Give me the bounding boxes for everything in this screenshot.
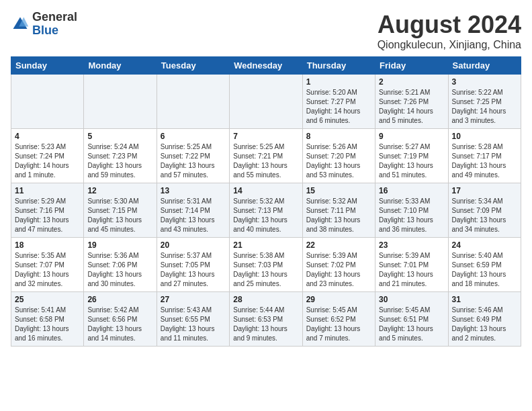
day-number: 30 — [379, 295, 444, 304]
calendar-table: SundayMondayTuesdayWednesdayThursdayFrid… — [11, 56, 521, 347]
day-info: Sunrise: 5:22 AM Sunset: 7:25 PM Dayligh… — [452, 88, 517, 126]
weekday-header-tuesday: Tuesday — [157, 57, 229, 75]
calendar-cell: 14Sunrise: 5:32 AM Sunset: 7:13 PM Dayli… — [230, 183, 302, 238]
day-number: 12 — [87, 186, 152, 195]
calendar-cell: 31Sunrise: 5:46 AM Sunset: 6:49 PM Dayli… — [448, 292, 521, 347]
calendar-week-row: 25Sunrise: 5:41 AM Sunset: 6:58 PM Dayli… — [11, 292, 521, 347]
calendar-cell: 16Sunrise: 5:33 AM Sunset: 7:10 PM Dayli… — [375, 183, 448, 238]
day-info: Sunrise: 5:37 AM Sunset: 7:05 PM Dayligh… — [161, 251, 226, 289]
day-info: Sunrise: 5:27 AM Sunset: 7:19 PM Dayligh… — [379, 142, 444, 180]
calendar-cell: 2Sunrise: 5:21 AM Sunset: 7:26 PM Daylig… — [375, 75, 448, 129]
calendar-cell — [84, 75, 157, 129]
calendar-cell: 3Sunrise: 5:22 AM Sunset: 7:25 PM Daylig… — [448, 75, 521, 129]
day-number: 15 — [306, 186, 371, 195]
calendar-week-row: 18Sunrise: 5:35 AM Sunset: 7:07 PM Dayli… — [11, 238, 521, 292]
day-info: Sunrise: 5:21 AM Sunset: 7:26 PM Dayligh… — [379, 88, 444, 126]
day-info: Sunrise: 5:26 AM Sunset: 7:20 PM Dayligh… — [306, 142, 371, 180]
calendar-cell: 1Sunrise: 5:20 AM Sunset: 7:27 PM Daylig… — [302, 75, 375, 129]
calendar-cell — [157, 75, 229, 129]
calendar-cell: 12Sunrise: 5:30 AM Sunset: 7:15 PM Dayli… — [84, 183, 157, 238]
day-number: 22 — [306, 240, 371, 250]
weekday-header-sunday: Sunday — [11, 57, 84, 75]
calendar-cell: 7Sunrise: 5:25 AM Sunset: 7:21 PM Daylig… — [230, 129, 302, 183]
day-info: Sunrise: 5:34 AM Sunset: 7:09 PM Dayligh… — [452, 197, 517, 234]
day-number: 10 — [452, 132, 517, 141]
day-info: Sunrise: 5:29 AM Sunset: 7:16 PM Dayligh… — [15, 197, 80, 234]
logo-general-text: General — [32, 11, 77, 24]
calendar-cell: 10Sunrise: 5:28 AM Sunset: 7:17 PM Dayli… — [448, 129, 521, 183]
day-info: Sunrise: 5:45 AM Sunset: 6:52 PM Dayligh… — [306, 306, 371, 343]
day-info: Sunrise: 5:41 AM Sunset: 6:58 PM Dayligh… — [15, 306, 80, 343]
calendar-cell: 5Sunrise: 5:24 AM Sunset: 7:23 PM Daylig… — [84, 129, 157, 183]
day-info: Sunrise: 5:35 AM Sunset: 7:07 PM Dayligh… — [15, 251, 80, 289]
day-number: 29 — [306, 295, 371, 304]
day-number: 4 — [15, 132, 80, 141]
calendar-cell: 18Sunrise: 5:35 AM Sunset: 7:07 PM Dayli… — [11, 238, 84, 292]
day-number: 27 — [161, 295, 226, 304]
calendar-cell: 17Sunrise: 5:34 AM Sunset: 7:09 PM Dayli… — [448, 183, 521, 238]
calendar-cell: 8Sunrise: 5:26 AM Sunset: 7:20 PM Daylig… — [302, 129, 375, 183]
day-number: 3 — [452, 77, 517, 87]
day-info: Sunrise: 5:32 AM Sunset: 7:13 PM Dayligh… — [233, 197, 298, 234]
weekday-header-monday: Monday — [84, 57, 157, 75]
day-info: Sunrise: 5:39 AM Sunset: 7:01 PM Dayligh… — [379, 251, 444, 289]
day-number: 13 — [161, 186, 226, 195]
calendar-cell: 22Sunrise: 5:39 AM Sunset: 7:02 PM Dayli… — [302, 238, 375, 292]
logo-blue-text: Blue — [32, 24, 77, 38]
day-number: 19 — [87, 240, 152, 250]
calendar-week-row: 11Sunrise: 5:29 AM Sunset: 7:16 PM Dayli… — [11, 183, 521, 238]
day-info: Sunrise: 5:46 AM Sunset: 6:49 PM Dayligh… — [452, 306, 517, 343]
day-info: Sunrise: 5:28 AM Sunset: 7:17 PM Dayligh… — [452, 142, 517, 180]
calendar-cell: 27Sunrise: 5:43 AM Sunset: 6:55 PM Dayli… — [157, 292, 229, 347]
logo-icon — [11, 15, 30, 34]
calendar-cell: 20Sunrise: 5:37 AM Sunset: 7:05 PM Dayli… — [157, 238, 229, 292]
day-info: Sunrise: 5:25 AM Sunset: 7:22 PM Dayligh… — [161, 142, 226, 180]
day-number: 1 — [306, 77, 371, 87]
day-info: Sunrise: 5:32 AM Sunset: 7:11 PM Dayligh… — [306, 197, 371, 234]
day-number: 23 — [379, 240, 444, 250]
day-info: Sunrise: 5:39 AM Sunset: 7:02 PM Dayligh… — [306, 251, 371, 289]
page-header: General Blue August 2024 Qiongkulecun, X… — [11, 11, 521, 51]
calendar-cell: 26Sunrise: 5:42 AM Sunset: 6:56 PM Dayli… — [84, 292, 157, 347]
day-info: Sunrise: 5:40 AM Sunset: 6:59 PM Dayligh… — [452, 251, 517, 289]
day-number: 2 — [379, 77, 444, 87]
weekday-header-friday: Friday — [375, 57, 448, 75]
calendar-cell: 13Sunrise: 5:31 AM Sunset: 7:14 PM Dayli… — [157, 183, 229, 238]
day-number: 31 — [452, 295, 517, 304]
day-info: Sunrise: 5:43 AM Sunset: 6:55 PM Dayligh… — [161, 306, 226, 343]
location-title: Qiongkulecun, Xinjiang, China — [378, 39, 521, 51]
title-block: August 2024 Qiongkulecun, Xinjiang, Chin… — [378, 11, 521, 51]
calendar-cell: 6Sunrise: 5:25 AM Sunset: 7:22 PM Daylig… — [157, 129, 229, 183]
calendar-cell: 25Sunrise: 5:41 AM Sunset: 6:58 PM Dayli… — [11, 292, 84, 347]
calendar-cell: 21Sunrise: 5:38 AM Sunset: 7:03 PM Dayli… — [230, 238, 302, 292]
day-info: Sunrise: 5:42 AM Sunset: 6:56 PM Dayligh… — [87, 306, 152, 343]
day-number: 24 — [452, 240, 517, 250]
day-number: 17 — [452, 186, 517, 195]
day-number: 8 — [306, 132, 371, 141]
calendar-cell: 4Sunrise: 5:23 AM Sunset: 7:24 PM Daylig… — [11, 129, 84, 183]
weekday-header-saturday: Saturday — [448, 57, 521, 75]
calendar-cell — [11, 75, 84, 129]
day-number: 21 — [233, 240, 298, 250]
calendar-cell: 23Sunrise: 5:39 AM Sunset: 7:01 PM Dayli… — [375, 238, 448, 292]
calendar-cell — [230, 75, 302, 129]
calendar-cell: 11Sunrise: 5:29 AM Sunset: 7:16 PM Dayli… — [11, 183, 84, 238]
calendar-week-row: 1Sunrise: 5:20 AM Sunset: 7:27 PM Daylig… — [11, 75, 521, 129]
day-info: Sunrise: 5:31 AM Sunset: 7:14 PM Dayligh… — [161, 197, 226, 234]
day-info: Sunrise: 5:45 AM Sunset: 6:51 PM Dayligh… — [379, 306, 444, 343]
calendar-cell: 29Sunrise: 5:45 AM Sunset: 6:52 PM Dayli… — [302, 292, 375, 347]
day-info: Sunrise: 5:33 AM Sunset: 7:10 PM Dayligh… — [379, 197, 444, 234]
day-number: 20 — [161, 240, 226, 250]
day-info: Sunrise: 5:24 AM Sunset: 7:23 PM Dayligh… — [87, 142, 152, 180]
calendar-week-row: 4Sunrise: 5:23 AM Sunset: 7:24 PM Daylig… — [11, 129, 521, 183]
weekday-header-row: SundayMondayTuesdayWednesdayThursdayFrid… — [11, 57, 521, 75]
calendar-cell: 30Sunrise: 5:45 AM Sunset: 6:51 PM Dayli… — [375, 292, 448, 347]
logo: General Blue — [11, 11, 77, 38]
day-number: 6 — [161, 132, 226, 141]
day-info: Sunrise: 5:38 AM Sunset: 7:03 PM Dayligh… — [233, 251, 298, 289]
calendar-cell: 19Sunrise: 5:36 AM Sunset: 7:06 PM Dayli… — [84, 238, 157, 292]
day-number: 9 — [379, 132, 444, 141]
day-info: Sunrise: 5:23 AM Sunset: 7:24 PM Dayligh… — [15, 142, 80, 180]
day-number: 7 — [233, 132, 298, 141]
day-info: Sunrise: 5:36 AM Sunset: 7:06 PM Dayligh… — [87, 251, 152, 289]
